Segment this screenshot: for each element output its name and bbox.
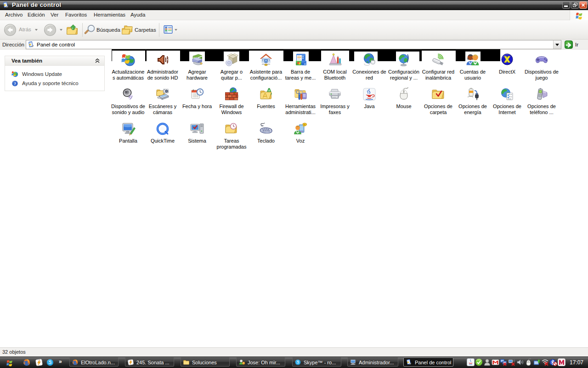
tray-java-tray[interactable] [467,358,475,366]
tray-network-disconnected-tray[interactable] [500,358,508,366]
skype-icon [46,358,54,367]
add-remove-programs-icon [224,52,239,67]
automatic-updates-icon [121,52,136,67]
folders-label: Carpetas [135,27,156,33]
taskbar-button-elotrolado-n[interactable]: ElOtroLado.n... [69,357,119,367]
taskbar-button-245-sonata[interactable]: 245. Sonata ... [125,357,174,367]
scanners-cameras-icon [155,87,170,102]
control-panel-icon [406,359,413,366]
taskbar-button-jose-oh-mir[interactable]: Jose: Oh mir... [236,357,285,367]
display-icon [121,121,136,136]
back-dropdown-icon[interactable] [35,29,38,31]
cpl-item-label: Voz [279,138,322,144]
volume-tray-icon [516,358,524,366]
taskbar-button-label: Jose: Oh mir... [248,360,284,365]
taskbar-button-label: Soluciones [192,360,228,365]
quicklaunch-firefox[interactable] [23,358,31,367]
tray-wifi-error-tray[interactable] [541,358,549,366]
forward-button[interactable] [43,23,57,37]
menu-herramientas[interactable]: Herramientas [94,12,125,17]
control-panel-icon [28,41,35,48]
taskbar-button-skype-ro[interactable]: Skype™ - ro... [292,357,341,367]
search-button[interactable]: Búsqueda [84,23,119,37]
collapse-chevron-icon[interactable] [95,58,100,63]
address-value: Panel de control [37,42,75,47]
taskbar-start-menu-icon [293,52,308,67]
quicklaunch-windows-flag[interactable] [6,358,14,367]
status-bar: 32 objetos [0,347,588,356]
windows-update-icon [11,71,18,78]
go-button[interactable] [565,40,573,49]
up-button[interactable] [66,23,79,36]
internet-options-icon [500,87,514,102]
menu-edicion[interactable]: Edición [28,12,45,17]
address-label: Dirección [2,42,24,47]
tray-gmail-notifier-tray[interactable] [492,358,499,366]
tray-wireless-disconnected-tray[interactable] [508,358,516,366]
java-icon [362,87,377,102]
forward-dropdown-icon[interactable] [60,29,62,31]
quicklaunch-skype[interactable] [46,358,54,367]
taskbar-button-soluciones[interactable]: Soluciones [181,357,230,367]
address-input[interactable]: Panel de control [26,40,561,49]
tray-antivirus-ok-tray[interactable] [475,358,483,366]
restore-button[interactable] [571,1,579,9]
tray-bluetooth-off-tray[interactable] [549,358,557,366]
taskbar-clock[interactable]: 17:07 [570,359,583,366]
winamp-icon [127,359,134,366]
network-connections-icon [362,52,377,67]
quicklaunch-winamp[interactable] [35,358,43,367]
taskbar-button-panel-de-control[interactable]: Panel de control [403,357,453,367]
views-icon [163,24,173,34]
quicklaunch-overflow-chevron[interactable]: » [59,358,62,365]
wireless-disconnected-tray-icon [508,358,516,366]
sidebar-item-label: Ayuda y soporte técnico [22,80,79,86]
network-disconnected-tray-icon [500,358,508,366]
taskbar-button-administrador[interactable]: Administrador... [347,357,398,367]
minimize-button[interactable] [562,1,570,9]
bluetooth-local-com-icon [328,52,342,67]
menu-ver[interactable]: Ver [51,12,58,17]
windows-firewall-icon [224,87,239,102]
printers-faxes-icon [328,87,342,102]
tray-messenger-offline-tray[interactable] [483,358,491,366]
menu-ayuda[interactable]: Ayuda [130,12,145,17]
toolbar: Atrás Búsqueda Carpetas [0,20,588,40]
mouse-icon [396,87,411,102]
cpl-item-label: Opciones de teléfono ... [520,104,563,115]
firefox-icon [23,358,31,367]
address-dropdown-button[interactable] [553,40,561,49]
java-tray-icon [467,358,475,366]
views-button[interactable] [163,24,179,36]
winamp-icon [35,358,43,367]
messenger-offline-tray-icon [483,358,491,366]
window-title: Panel de control [12,1,62,8]
taskbar-button-label: Panel de control [415,360,452,365]
close-button[interactable]: ✕ [579,1,587,9]
hd-sound-manager-icon [155,52,170,67]
go-arrow-icon [565,41,573,49]
menu-bar: ArchivoEdiciónVerFavoritosHerramientasAy… [0,10,588,20]
taskbar: » ElOtroLado.n...245. Sonata ...Solucion… [0,356,588,368]
fonts-icon [259,87,273,102]
search-label: Búsqueda [96,27,120,33]
network-setup-wizard-icon [259,52,273,67]
tray-mouse-tray[interactable] [525,358,532,366]
tray-miranda-tray[interactable] [558,358,565,366]
speech-icon [293,121,308,136]
folders-button[interactable]: Carpetas [121,23,156,37]
menu-favoritos[interactable]: Favoritos [65,12,87,17]
toolbar-separator [82,23,83,37]
folder-icon [183,359,190,366]
back-button[interactable] [3,23,17,37]
messenger-icon [238,359,245,366]
sidebar-header: Vea también [5,56,104,66]
status-text: 32 objetos [2,349,26,355]
tray-updates-tray[interactable] [533,358,541,366]
views-dropdown-icon [175,29,177,31]
power-options-icon [465,87,480,102]
tray-volume-tray[interactable] [516,358,524,366]
sounds-audio-devices-icon [121,87,136,102]
taskbar-button-label: Administrador... [359,360,397,365]
menu-archivo[interactable]: Archivo [5,12,23,17]
